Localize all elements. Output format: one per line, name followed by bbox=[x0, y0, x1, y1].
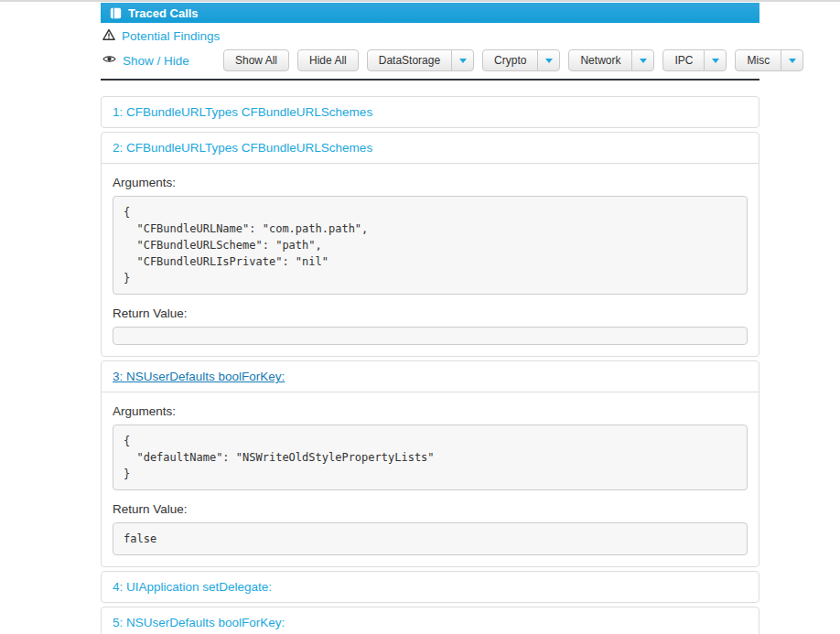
call-link-1[interactable]: 1: CFBundleURLTypes CFBundleURLSchemes bbox=[102, 97, 759, 127]
top-divider bbox=[0, 0, 840, 2]
chevron-down-icon bbox=[712, 59, 719, 63]
list-icon bbox=[110, 7, 122, 19]
traced-calls-header: Traced Calls bbox=[101, 3, 759, 23]
chevron-down-icon bbox=[789, 59, 796, 63]
misc-dropdown-toggle[interactable] bbox=[781, 49, 803, 71]
datastorage-button[interactable]: DataStorage bbox=[367, 49, 452, 71]
network-dropdown-toggle[interactable] bbox=[631, 49, 654, 71]
datastorage-dropdown-toggle[interactable] bbox=[451, 49, 474, 71]
call-link-4[interactable]: 4: UIApplication setDelegate: bbox=[102, 572, 759, 602]
call-details-2: Arguments: { "CFBundleURLName": "com.pat… bbox=[102, 164, 759, 356]
arguments-label: Arguments: bbox=[113, 404, 748, 418]
list-item: 1: CFBundleURLTypes CFBundleURLSchemes bbox=[101, 96, 759, 128]
call-link-3[interactable]: 3: NSUserDefaults boolForKey: bbox=[102, 361, 759, 392]
chevron-down-icon bbox=[545, 59, 553, 63]
crypto-button[interactable]: Crypto bbox=[482, 49, 538, 71]
call-link-5[interactable]: 5: NSUserDefaults boolForKey: bbox=[102, 607, 759, 634]
toolbar-divider bbox=[101, 79, 759, 81]
ipc-dropdown-toggle[interactable] bbox=[704, 49, 727, 71]
filter-button-toolbar: Show All Hide All DataStorage Crypto Net… bbox=[223, 49, 803, 71]
misc-button-group: Misc bbox=[735, 49, 803, 71]
ipc-button-group: IPC bbox=[662, 49, 727, 71]
network-button-group: Network bbox=[568, 49, 654, 71]
call-link-2[interactable]: 2: CFBundleURLTypes CFBundleURLSchemes bbox=[102, 133, 759, 164]
list-item: 2: CFBundleURLTypes CFBundleURLSchemes A… bbox=[101, 132, 759, 357]
ipc-button[interactable]: IPC bbox=[662, 49, 705, 71]
return-value-label: Return Value: bbox=[113, 502, 748, 516]
arguments-label: Arguments: bbox=[113, 176, 748, 189]
arguments-value: { "defaultName": "NSWriteOldStylePropert… bbox=[113, 424, 748, 490]
list-item: 4: UIApplication setDelegate: bbox=[101, 571, 759, 603]
hide-all-button[interactable]: Hide All bbox=[297, 49, 359, 71]
eye-icon bbox=[102, 52, 116, 69]
crypto-button-group: Crypto bbox=[482, 49, 560, 71]
panel-title: Traced Calls bbox=[128, 6, 199, 20]
list-item: 3: NSUserDefaults boolForKey: Arguments:… bbox=[101, 360, 759, 567]
potential-findings-link[interactable]: Potential Findings bbox=[122, 29, 220, 43]
return-value-label: Return Value: bbox=[113, 306, 748, 320]
traced-calls-list: 1: CFBundleURLTypes CFBundleURLSchemes 2… bbox=[101, 96, 759, 634]
traced-calls-panel: Traced Calls Potential Findings Show / H… bbox=[101, 3, 759, 634]
return-value bbox=[113, 327, 748, 345]
show-hide-link[interactable]: Show / Hide bbox=[123, 54, 189, 68]
crypto-dropdown-toggle[interactable] bbox=[537, 49, 560, 71]
arguments-value: { "CFBundleURLName": "com.path.path", "C… bbox=[113, 196, 748, 295]
warning-icon bbox=[102, 28, 115, 45]
misc-button[interactable]: Misc bbox=[735, 49, 781, 71]
chevron-down-icon bbox=[640, 59, 647, 63]
network-button[interactable]: Network bbox=[568, 49, 632, 71]
findings-row: Potential Findings bbox=[101, 27, 759, 46]
show-hide-toolbar: Show / Hide Show All Hide All DataStorag… bbox=[101, 48, 759, 72]
return-value: false bbox=[113, 522, 748, 555]
show-all-button[interactable]: Show All bbox=[223, 49, 289, 71]
call-details-3: Arguments: { "defaultName": "NSWriteOldS… bbox=[102, 392, 759, 566]
list-item: 5: NSUserDefaults boolForKey: bbox=[101, 607, 759, 634]
datastorage-button-group: DataStorage bbox=[367, 49, 474, 71]
chevron-down-icon bbox=[459, 59, 467, 63]
